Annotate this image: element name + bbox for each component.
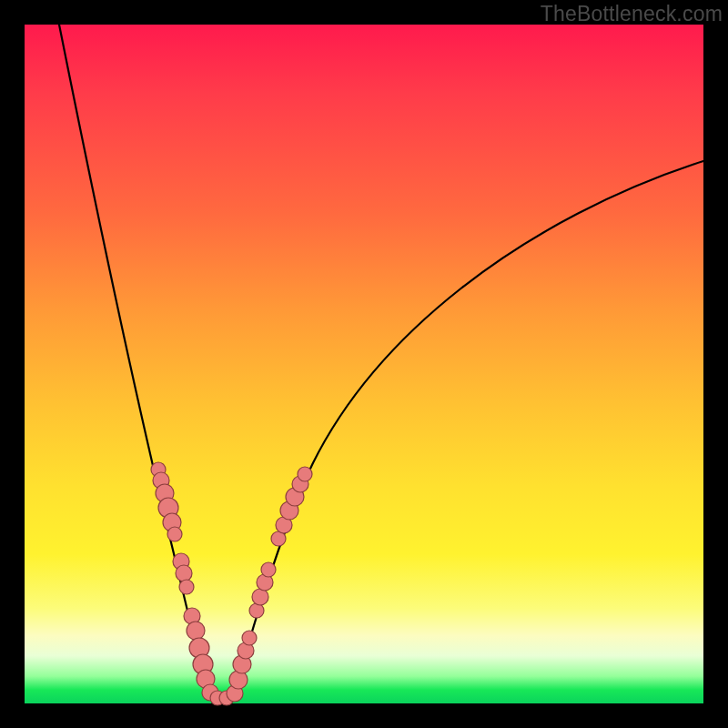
- bead: [252, 589, 268, 605]
- bead: [242, 631, 257, 645]
- bead: [298, 467, 312, 481]
- watermark-text: TheBottleneck.com: [541, 2, 723, 26]
- bead: [176, 565, 192, 581]
- bead: [261, 562, 276, 577]
- bead: [167, 527, 182, 541]
- curve-right-branch: [231, 161, 703, 703]
- curve-left-branch: [59, 25, 213, 703]
- bead: [187, 622, 205, 640]
- bead-group: [151, 462, 312, 705]
- bead: [179, 580, 194, 594]
- plot-area: [25, 25, 703, 703]
- curve-layer: [25, 25, 703, 703]
- chart-frame: TheBottleneck.com: [0, 0, 728, 728]
